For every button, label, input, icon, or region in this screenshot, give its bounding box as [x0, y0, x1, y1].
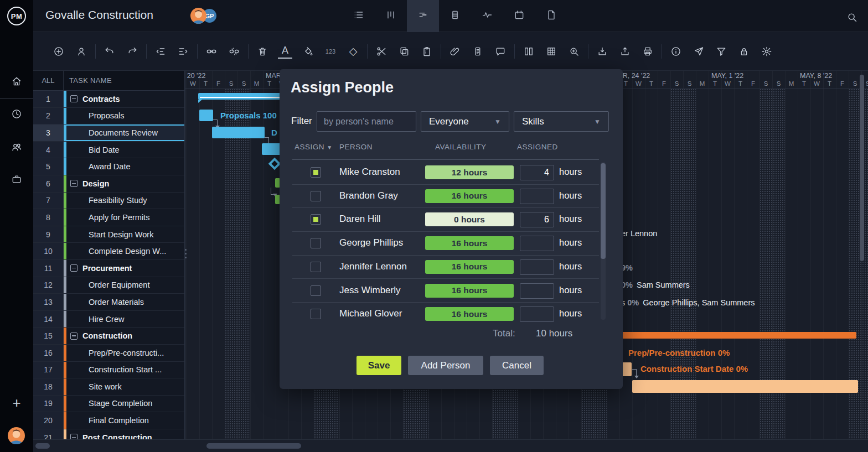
task-row-name[interactable]: Post Construction [64, 429, 184, 439]
collapse-icon[interactable] [70, 332, 78, 340]
assigned-hours-input[interactable] [520, 283, 554, 299]
task-row-number[interactable]: 19 [33, 396, 64, 412]
task-row-name[interactable]: Site work [64, 378, 184, 395]
task-row-name[interactable]: Prep/Pre-constructi... [64, 345, 184, 361]
assign-checkbox[interactable] [311, 167, 321, 178]
column-assign[interactable]: ASSIGN ▼ [294, 143, 333, 151]
assign-checkbox[interactable] [311, 309, 321, 319]
assigned-hours-input[interactable] [520, 306, 554, 322]
task-row-name[interactable]: Construction [64, 328, 184, 344]
gantt-milestone-award-date[interactable] [268, 158, 281, 170]
task-row-9[interactable]: 9Start Design Work [33, 226, 184, 243]
home-icon[interactable] [0, 70, 33, 92]
timesheet-clock-icon[interactable] [0, 103, 33, 125]
task-row-name[interactable]: Procurement [64, 260, 184, 277]
task-row-name[interactable]: Start Design Work [64, 226, 184, 243]
milestone-icon[interactable]: ◇ [346, 44, 360, 59]
assign-checkbox[interactable] [311, 285, 321, 296]
zoom-in-icon[interactable] [567, 44, 581, 59]
task-row-name[interactable]: Construction Start ... [64, 362, 184, 378]
task-row-number[interactable]: 13 [33, 294, 64, 310]
assigned-hours-input[interactable] [520, 165, 554, 180]
task-row-name[interactable]: Order Equipment [64, 277, 184, 294]
task-row-name[interactable]: Final Completion [64, 412, 184, 429]
table-horizontal-scrollbar[interactable] [35, 443, 50, 449]
task-row-14[interactable]: 14Hire Crew [33, 311, 184, 328]
task-row-name[interactable]: Bid Date [64, 142, 184, 158]
task-row-6[interactable]: 6Design [33, 175, 184, 193]
search-icon[interactable] [845, 10, 859, 24]
task-row-7[interactable]: 7Feasibility Study [33, 193, 184, 210]
task-row-name[interactable]: Complete Design W... [64, 243, 184, 259]
task-row-11[interactable]: 11Procurement [33, 260, 184, 277]
assign-checkbox[interactable] [311, 191, 321, 201]
assigned-hours-input[interactable] [520, 259, 554, 275]
attachment-icon[interactable] [448, 44, 462, 59]
collapse-icon[interactable] [70, 180, 78, 187]
view-tab-gantt[interactable] [407, 0, 439, 32]
view-tab-sheet[interactable] [439, 0, 471, 32]
collapse-icon[interactable] [70, 264, 78, 272]
comment-icon[interactable] [493, 44, 508, 59]
task-row-10[interactable]: 10Complete Design W... [33, 243, 184, 260]
assigned-hours-input[interactable] [520, 236, 554, 251]
task-row-1[interactable]: 1Contracts [33, 91, 184, 108]
project-avatars[interactable]: GP [190, 8, 218, 24]
info-icon[interactable] [669, 44, 683, 59]
task-row-number[interactable]: 9 [33, 226, 64, 243]
add-task-icon[interactable] [51, 44, 66, 59]
task-row-19[interactable]: 19Stage Completion [33, 396, 184, 413]
paste-icon[interactable] [420, 44, 434, 59]
task-row-number[interactable]: 4 [33, 142, 64, 158]
account-avatar[interactable] [8, 427, 25, 444]
collapse-icon[interactable] [70, 95, 78, 102]
task-row-number[interactable]: 3 [33, 124, 64, 141]
copy-icon[interactable] [397, 44, 411, 59]
view-tab-board[interactable] [375, 0, 407, 32]
view-tab-calendar[interactable] [503, 0, 535, 32]
column-header-all[interactable]: ALL [33, 71, 64, 90]
print-icon[interactable] [640, 44, 655, 59]
task-row-name[interactable]: Apply for Permits [64, 209, 184, 226]
task-row-3[interactable]: 3Documents Review [33, 124, 184, 142]
fill-color-icon[interactable] [301, 44, 315, 59]
filter-skills-dropdown[interactable]: Skills ▼ [514, 111, 609, 132]
add-person-button[interactable]: Add Person [408, 356, 483, 375]
cut-icon[interactable] [374, 44, 389, 59]
task-row-number[interactable]: 16 [33, 345, 64, 361]
task-row-number[interactable]: 17 [33, 362, 64, 378]
add-icon[interactable]: + [0, 392, 33, 414]
task-row-number[interactable]: 5 [33, 158, 64, 175]
task-row-number[interactable]: 8 [33, 209, 64, 226]
app-logo[interactable]: PM [0, 0, 33, 32]
task-row-21[interactable]: 21Post Construction [33, 429, 184, 439]
gantt-bar-bid-date[interactable] [262, 143, 281, 155]
unlink-tasks-icon[interactable] [227, 44, 241, 59]
cancel-button[interactable]: Cancel [490, 356, 544, 375]
collapse-icon[interactable] [70, 434, 78, 439]
view-tab-list[interactable] [343, 0, 375, 32]
task-row-number[interactable]: 7 [33, 193, 64, 209]
numbers-icon[interactable]: 123 [323, 44, 338, 59]
undo-icon[interactable] [102, 44, 117, 59]
task-row-4[interactable]: 4Bid Date [33, 142, 184, 159]
task-row-name[interactable]: Contracts [64, 91, 184, 107]
task-row-name[interactable]: Order Materials [64, 294, 184, 310]
save-button[interactable]: Save [356, 356, 401, 375]
task-row-20[interactable]: 20Final Completion [33, 412, 184, 429]
assigned-hours-input[interactable] [520, 212, 554, 227]
task-row-name[interactable]: Feasibility Study [64, 193, 184, 209]
text-color-icon[interactable]: A [278, 44, 292, 59]
task-row-number[interactable]: 14 [33, 311, 64, 328]
filter-everyone-dropdown[interactable]: Everyone ▼ [421, 111, 509, 132]
task-row-name[interactable]: Design [64, 175, 184, 192]
portfolio-icon[interactable] [0, 168, 33, 190]
view-tab-doc[interactable] [535, 0, 567, 32]
settings-icon[interactable] [760, 44, 774, 59]
task-row-name[interactable]: Award Date [64, 158, 184, 175]
task-row-number[interactable]: 11 [33, 260, 64, 277]
column-availability[interactable]: AVAILABILITY [435, 143, 487, 151]
gantt-bar-proposals[interactable] [199, 110, 213, 121]
delete-task-icon[interactable] [255, 44, 270, 59]
task-row-8[interactable]: 8Apply for Permits [33, 209, 184, 226]
